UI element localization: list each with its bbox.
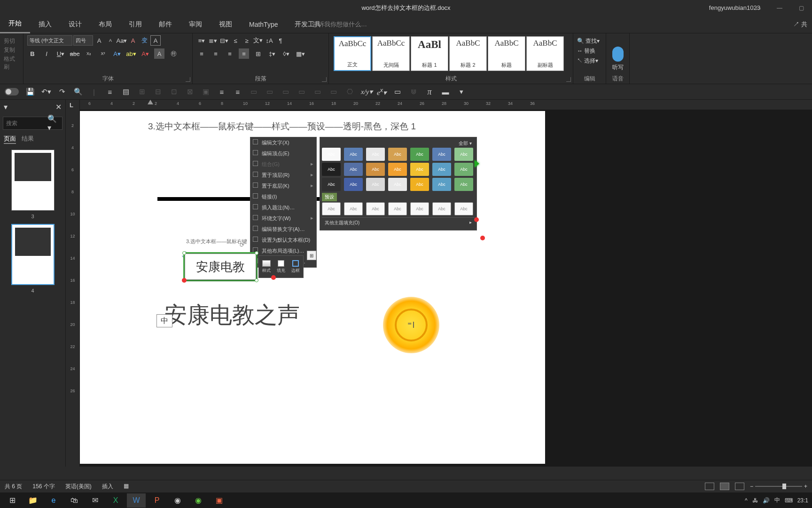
shrink-font-icon[interactable]: A (105, 35, 116, 46)
tab-layout[interactable]: 布局 (90, 16, 120, 33)
shading-icon[interactable]: ◊▾ (281, 48, 291, 59)
justify-icon[interactable]: ≡ (239, 48, 249, 59)
qat-icon[interactable]: ▭ (281, 87, 290, 96)
qat-icon[interactable]: ▭ (249, 87, 258, 96)
word-count[interactable]: 156 个字 (32, 483, 55, 491)
select-button[interactable]: ↖ 选择▾ (577, 57, 602, 65)
horizontal-ruler[interactable]: 64224681012141618202224262830323436 (80, 100, 812, 110)
preset-swatch[interactable]: Abc (344, 178, 363, 191)
context-menu-item[interactable]: 插入题注(N)… (250, 202, 316, 213)
preset-swatch[interactable]: Abc (388, 163, 407, 176)
undo-icon[interactable]: ↶▾ (41, 87, 51, 96)
mini-style[interactable]: 样式 (259, 256, 273, 278)
preset-swatch[interactable]: Abc (410, 178, 429, 191)
replace-button[interactable]: ↔ 替换 (577, 47, 602, 55)
align-right-icon[interactable]: ≡ (225, 48, 235, 59)
search-icon[interactable]: 🔍▾ (47, 114, 59, 132)
style-card[interactable]: AaBl标题 1 (411, 36, 448, 71)
zoom-in-icon[interactable]: + (804, 483, 807, 490)
page-thumb[interactable] (11, 224, 55, 285)
language[interactable]: 英语(美国) (65, 483, 92, 491)
maximize-icon[interactable]: ▢ (790, 0, 812, 16)
ime-icon[interactable]: 中 (774, 496, 780, 504)
clock[interactable]: 23:1 (797, 497, 808, 504)
preset-swatch[interactable]: Abc (388, 202, 407, 215)
preset-swatch[interactable]: Abc (366, 163, 385, 176)
resize-handle[interactable] (255, 251, 258, 255)
context-menu-item[interactable]: 环绕文字(W)▸ (250, 213, 316, 224)
context-menu-item[interactable]: 编辑顶点(E) (250, 148, 316, 159)
preset-swatch[interactable]: Abc (344, 163, 363, 176)
ribbon-options-icon[interactable]: ▭ (747, 0, 769, 16)
resize-handle[interactable] (255, 278, 258, 282)
resize-handle[interactable] (182, 251, 186, 255)
preset-all-dropdown[interactable]: 全部 ▾ (322, 139, 475, 148)
mini-outline[interactable]: 边框 (289, 256, 303, 278)
qat-icon[interactable]: ▭ (313, 87, 322, 96)
show-marks-icon[interactable]: ¶ (275, 35, 286, 46)
superscript-icon[interactable]: X² (98, 48, 108, 59)
context-menu-item[interactable]: 编辑替换文字(A)… (250, 224, 316, 235)
font-dialog-icon[interactable] (186, 77, 190, 82)
preset-swatch[interactable]: Abc (410, 163, 429, 176)
styles-dialog-icon[interactable] (566, 77, 571, 82)
sort-icon[interactable]: ↕A (264, 35, 274, 46)
app-icon[interactable]: ◉ (189, 493, 208, 508)
preset-swatch[interactable]: Abc (432, 178, 451, 191)
text-effect-icon[interactable]: A▾ (112, 48, 122, 59)
qat-more-icon[interactable]: ▾ (457, 87, 466, 96)
nav-tab-results[interactable]: 结果 (22, 135, 34, 144)
preset-button[interactable]: 预设 (322, 193, 337, 201)
redo-icon[interactable]: ↷ (57, 87, 67, 96)
web-layout-icon[interactable] (735, 483, 744, 490)
char-shade-icon[interactable]: A (154, 48, 164, 59)
preset-swatch[interactable]: Abc (454, 202, 473, 215)
preset-swatch[interactable]: Abc (432, 202, 451, 215)
font-name-select[interactable]: 等线 (中文正文 (27, 35, 72, 46)
chrome-icon[interactable]: ◉ (168, 493, 187, 508)
preset-swatch[interactable]: Abc (388, 178, 407, 191)
tab-design[interactable]: 设计 (60, 16, 90, 33)
style-card[interactable]: AaBbC副标题 (526, 36, 564, 71)
preset-swatch[interactable]: Abc (454, 163, 473, 176)
context-menu-item[interactable]: 链接(I) (250, 191, 316, 202)
align-center-icon[interactable]: ≡ (211, 48, 221, 59)
excel-icon[interactable]: X (106, 493, 125, 508)
start-icon[interactable]: ⊞ (3, 493, 22, 508)
qat-icon[interactable]: ⊟ (153, 87, 163, 96)
context-menu-item[interactable]: 置于顶层(R)▸ (250, 170, 316, 181)
preset-swatch[interactable]: Abc (454, 148, 473, 161)
mic-icon[interactable] (612, 47, 624, 62)
page-count[interactable]: 共 6 页 (5, 483, 22, 491)
qat-icon[interactable]: ▤ (121, 87, 131, 96)
print-preview-icon[interactable]: 🔍 (73, 87, 83, 96)
align-left-icon[interactable]: ≡ (217, 88, 226, 96)
preset-other-fills[interactable]: 其他主题填充(O)▸ (322, 217, 475, 228)
qat-icon[interactable]: ▭ (297, 87, 306, 96)
vertical-ruler[interactable]: L 2468101214161820222426 (66, 100, 80, 467)
style-card[interactable]: AaBbC标题 (488, 36, 525, 71)
app-icon[interactable]: ▣ (210, 493, 228, 508)
distribute-icon[interactable]: ⊞ (253, 48, 263, 59)
preset-swatch[interactable]: Abc (322, 178, 341, 191)
tab-view[interactable]: 视图 (211, 16, 241, 33)
mini-fill[interactable]: 填充 (273, 256, 288, 278)
word-icon[interactable]: W (127, 493, 146, 508)
qat-icon[interactable]: ▭ (329, 87, 338, 96)
page-thumb[interactable] (11, 150, 55, 211)
context-menu-item[interactable]: 其他布局选项(L)… (250, 246, 316, 256)
preset-swatch[interactable]: Abc (432, 148, 451, 161)
borders-icon[interactable]: ▦▾ (295, 48, 305, 59)
context-menu-item[interactable]: 编辑文字(X) (250, 137, 316, 148)
qat-icon[interactable]: ▭ (265, 87, 274, 96)
powerpoint-icon[interactable]: P (148, 493, 166, 508)
grow-font-icon[interactable]: A (94, 35, 104, 46)
tab-mathtype[interactable]: MathType (241, 16, 286, 33)
tray-chevron-icon[interactable]: ^ (745, 497, 748, 504)
preset-swatch[interactable]: Abc (322, 202, 341, 215)
zoom-slider[interactable]: − + (750, 483, 807, 490)
style-card[interactable]: AaBbCc无间隔 (372, 36, 410, 71)
save-icon[interactable]: 💾 (25, 87, 35, 96)
print-layout-icon[interactable] (720, 483, 729, 490)
qat-icon[interactable]: ≡ (105, 88, 115, 96)
